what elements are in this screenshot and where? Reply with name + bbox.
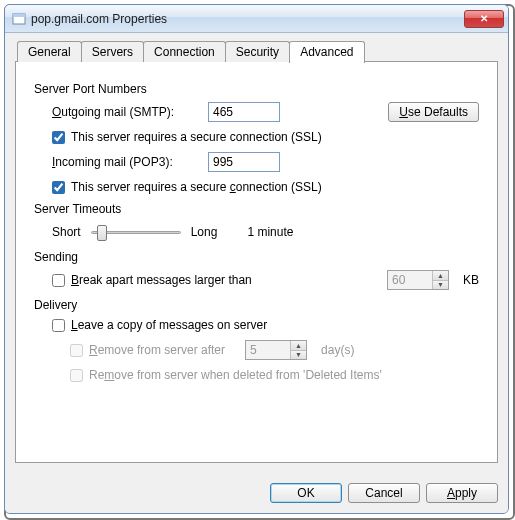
timeout-short-label: Short [52,225,81,239]
remove-after-label: Remove from server after [89,343,225,357]
properties-dialog: pop.gmail.com Properties ✕ General Serve… [4,4,509,514]
days-unit: day(s) [321,343,354,357]
cancel-button[interactable]: Cancel [348,483,420,503]
section-delivery-header: Delivery [34,298,479,312]
titlebar[interactable]: pop.gmail.com Properties ✕ [5,5,508,33]
close-icon: ✕ [480,14,488,24]
leave-copy-checkbox[interactable] [52,319,65,332]
tab-connection[interactable]: Connection [143,41,226,62]
tab-servers[interactable]: Servers [81,41,144,62]
tab-general[interactable]: General [17,41,82,62]
window-title: pop.gmail.com Properties [31,12,464,26]
dialog-button-bar: OK Cancel Apply [15,473,498,503]
break-apart-label: Break apart messages larger than [71,273,252,287]
pop3-ssl-checkbox[interactable] [52,181,65,194]
close-button[interactable]: ✕ [464,10,504,28]
timeout-value: 1 minute [247,225,293,239]
break-size-input [388,271,432,289]
tab-strip: General Servers Connection Security Adva… [17,41,498,62]
break-apart-checkbox[interactable] [52,274,65,287]
remove-after-checkbox [70,344,83,357]
smtp-ssl-checkbox[interactable] [52,131,65,144]
ok-button[interactable]: OK [270,483,342,503]
pop3-label: Incoming mail (POP3): [52,155,202,169]
remove-deleted-checkbox [70,369,83,382]
pop3-ssl-label: This server requires a secure connection… [71,180,322,194]
smtp-port-input[interactable] [208,102,280,122]
slider-thumb[interactable] [97,225,107,241]
break-size-spinner: ▲ ▼ [387,270,449,290]
spin-down-icon: ▼ [291,351,306,360]
spin-down-icon: ▼ [433,281,448,290]
spin-up-icon: ▲ [291,341,306,351]
smtp-label: Outgoing mail (SMTP): [52,105,202,119]
tab-advanced[interactable]: Advanced [289,41,364,63]
tabpanel-advanced: Server Port Numbers Outgoing mail (SMTP)… [15,61,498,463]
spin-up-icon: ▲ [433,271,448,281]
section-timeouts-header: Server Timeouts [34,202,479,216]
smtp-ssl-label: This server requires a secure connection… [71,130,322,144]
window-icon [11,11,27,27]
svg-rect-1 [13,14,25,17]
remove-days-input [246,341,290,359]
remove-deleted-label: Remove from server when deleted from 'De… [89,368,382,382]
tab-security[interactable]: Security [225,41,290,62]
section-sending-header: Sending [34,250,479,264]
apply-button[interactable]: Apply [426,483,498,503]
section-ports-header: Server Port Numbers [34,82,479,96]
leave-copy-label: Leave a copy of messages on server [71,318,267,332]
kb-unit: KB [463,273,479,287]
remove-days-spinner: ▲ ▼ [245,340,307,360]
timeout-long-label: Long [191,225,218,239]
pop3-port-input[interactable] [208,152,280,172]
timeout-slider[interactable] [91,222,181,242]
use-defaults-button[interactable]: Use Defaults [388,102,479,122]
